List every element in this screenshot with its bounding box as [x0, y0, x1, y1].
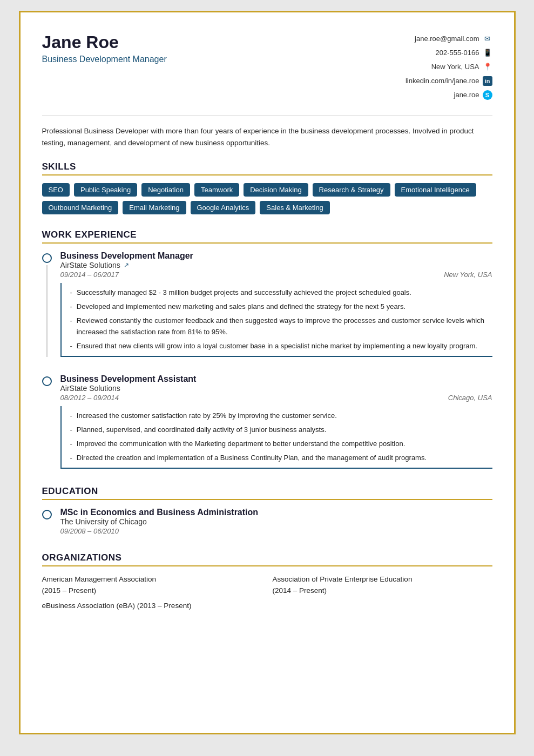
job-meta: 08/2012 – 09/2014Chicago, USA [60, 394, 492, 402]
external-link-icon[interactable]: ↗ [124, 261, 129, 269]
org-item: Association of Private Enterprise Educat… [273, 574, 492, 596]
bullet-item: -Directed the creation and implementatio… [70, 453, 486, 463]
bullet-item: -Developed and implemented new marketing… [70, 301, 486, 312]
timeline-item: Business Development ManagerAirState Sol… [42, 251, 492, 357]
bullet-text: Reviewed constantly the customer feedbac… [77, 315, 486, 337]
skype-row: jane.roe S [405, 88, 492, 102]
job-location: New York, USA [444, 271, 492, 279]
location-icon: 📍 [483, 62, 492, 72]
skill-tag: Public Speaking [74, 183, 137, 197]
orgs-heading: ORGANIZATIONS [42, 552, 492, 566]
skype-text: jane.roe [454, 88, 479, 102]
edu-timeline-item: MSc in Economics and Business Administra… [42, 508, 492, 535]
timeline-dot [42, 253, 52, 263]
skill-tag: Decision Making [244, 183, 308, 197]
edu-dates: 09/2008 – 06/2010 [60, 527, 492, 535]
job-title: Business Development Assistant [60, 374, 492, 384]
bullet-item: -Improved the communication with the Mar… [70, 438, 486, 449]
timeline: Business Development ManagerAirState Sol… [42, 251, 492, 469]
timeline-item: Business Development AssistantAirState S… [42, 374, 492, 469]
header-left: Jane Roe Business Development Manager [42, 32, 167, 64]
edu-content: MSc in Economics and Business Administra… [60, 508, 492, 535]
candidate-title: Business Development Manager [42, 55, 167, 64]
bullet-text: Improved the communication with the Mark… [77, 438, 405, 449]
candidate-name: Jane Roe [42, 32, 167, 52]
education-section: EDUCATION MSc in Economics and Business … [42, 486, 492, 535]
phone-text: 202-555-0166 [436, 46, 479, 60]
education-heading: EDUCATION [42, 486, 492, 500]
skill-tag: Research & Strategy [313, 183, 390, 197]
skill-tag: Google Analytics [191, 201, 256, 214]
bullet-dash: - [70, 438, 72, 449]
bullet-dash: - [70, 453, 72, 463]
timeline-dot-col [42, 374, 52, 469]
edu-dot [42, 510, 52, 519]
skill-tag: Email Marketing [123, 201, 186, 214]
job-content: Business Development AssistantAirState S… [60, 374, 492, 469]
job-title: Business Development Manager [60, 251, 492, 261]
email-text: jane.roe@gmail.com [415, 32, 479, 46]
bullet-text: Increased the customer satisfaction rate… [77, 410, 337, 421]
org-item: American Management Association (2015 – … [42, 574, 262, 596]
orgs-grid: American Management Association (2015 – … [42, 574, 492, 611]
linkedin-icon: in [483, 76, 492, 86]
bullet-text: Ensured that new clients will grow into … [77, 341, 477, 352]
bullet-box: -Increased the customer satisfaction rat… [60, 406, 492, 469]
bullet-item: -Reviewed constantly the customer feedba… [70, 315, 486, 337]
job-content: Business Development ManagerAirState Sol… [60, 251, 492, 357]
header: Jane Roe Business Development Manager ja… [42, 32, 492, 102]
location-text: New York, USA [431, 60, 479, 74]
bullet-text: Successfully managed $2 - 3 million budg… [77, 287, 411, 298]
edu-school: The University of Chicago [60, 517, 492, 526]
organizations-section: ORGANIZATIONS American Management Associ… [42, 552, 492, 611]
bullet-dash: - [70, 424, 72, 435]
job-dates: 08/2012 – 09/2014 [60, 394, 119, 402]
job-company: AirState Solutions [60, 384, 492, 393]
location-row: New York, USA 📍 [405, 60, 492, 74]
summary-section: Professional Business Developer with mor… [42, 115, 492, 148]
edu-dot-col [42, 508, 52, 535]
phone-icon: 📱 [483, 48, 492, 58]
linkedin-text: linkedin.com/in/jane.roe [405, 74, 479, 88]
skill-tag: Outbound Marketing [42, 201, 119, 214]
skill-tag: SEO [42, 183, 70, 197]
skill-tag: Emotional Intelligence [395, 183, 476, 197]
summary-text: Professional Business Developer with mor… [42, 127, 474, 147]
resume-page: Jane Roe Business Development Manager ja… [19, 11, 516, 734]
timeline-dot [42, 376, 52, 386]
skills-heading: SKILLS [42, 161, 492, 176]
contact-info: jane.roe@gmail.com ✉ 202-555-0166 📱 New … [405, 32, 492, 102]
bullet-dash: - [70, 315, 72, 337]
work-experience-section: WORK EXPERIENCE Business Development Man… [42, 230, 492, 469]
phone-row: 202-555-0166 📱 [405, 46, 492, 60]
email-row: jane.roe@gmail.com ✉ [405, 32, 492, 46]
bullet-item: -Increased the customer satisfaction rat… [70, 410, 486, 421]
skills-grid: SEOPublic SpeakingNegotiationTeamworkDec… [42, 183, 492, 214]
edu-degree: MSc in Economics and Business Administra… [60, 508, 492, 517]
bullet-text: Planned, supervised, and coordinated dai… [77, 424, 327, 435]
work-heading: WORK EXPERIENCE [42, 230, 492, 244]
timeline-line [46, 265, 48, 357]
bullet-box: -Successfully managed $2 - 3 million bud… [60, 283, 492, 357]
skype-icon: S [483, 90, 492, 100]
skill-tag: Teamwork [194, 183, 239, 197]
job-location: Chicago, USA [448, 394, 492, 402]
job-dates: 09/2014 – 06/2017 [60, 271, 119, 279]
skill-tag: Sales & Marketing [260, 201, 330, 214]
bullet-text: Directed the creation and implementation… [77, 453, 427, 463]
bullet-item: -Successfully managed $2 - 3 million bud… [70, 287, 486, 298]
education-timeline: MSc in Economics and Business Administra… [42, 508, 492, 535]
bullet-text: Developed and implemented new marketing … [77, 301, 405, 312]
email-icon: ✉ [483, 34, 492, 44]
bullet-dash: - [70, 341, 72, 352]
bullet-dash: - [70, 410, 72, 421]
linkedin-row: linkedin.com/in/jane.roe in [405, 74, 492, 88]
bullet-dash: - [70, 301, 72, 312]
job-company: AirState Solutions↗ [60, 261, 492, 269]
org-item: eBusiness Association (eBA) (2013 – Pres… [42, 600, 492, 611]
job-meta: 09/2014 – 06/2017New York, USA [60, 271, 492, 279]
bullet-item: -Planned, supervised, and coordinated da… [70, 424, 486, 435]
skill-tag: Negotiation [141, 183, 190, 197]
timeline-dot-col [42, 251, 52, 357]
bullet-item: -Ensured that new clients will grow into… [70, 341, 486, 352]
